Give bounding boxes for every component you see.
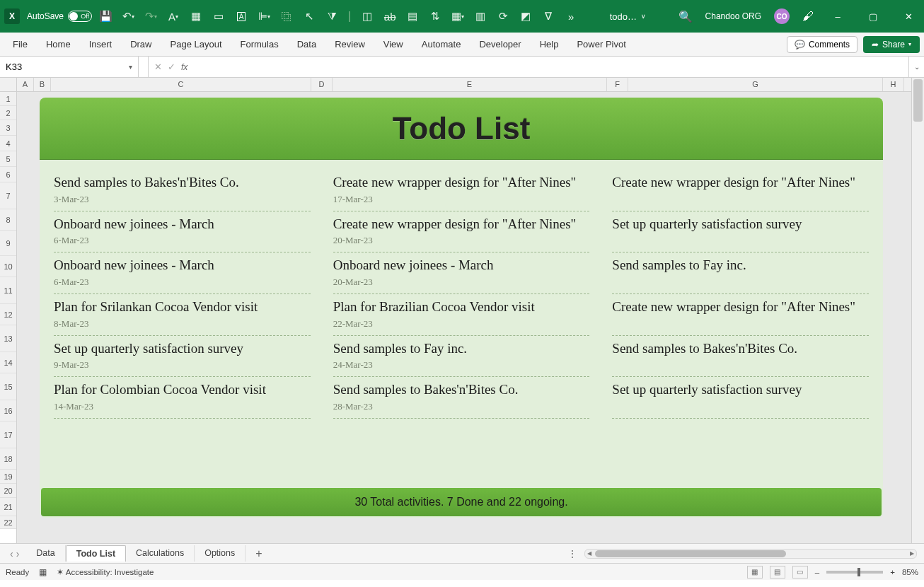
- col-A[interactable]: A: [17, 78, 34, 91]
- restore-button[interactable]: ▢: [862, 11, 884, 22]
- accessibility-status[interactable]: ✶ Accessibility: Investigate: [57, 567, 154, 577]
- menu-formulas[interactable]: Formulas: [232, 35, 287, 54]
- row-8[interactable]: 8: [0, 209, 16, 231]
- menu-developer[interactable]: Developer: [470, 35, 529, 54]
- horizontal-scrollbar[interactable]: [584, 549, 917, 559]
- menu-view[interactable]: View: [375, 35, 412, 54]
- col-G[interactable]: G: [628, 78, 883, 91]
- row-18[interactable]: 18: [0, 448, 16, 470]
- row-11[interactable]: 11: [0, 277, 16, 304]
- pivot-icon[interactable]: ◩: [519, 10, 532, 23]
- row-17[interactable]: 17: [0, 422, 16, 448]
- confirm-icon[interactable]: ✓: [168, 62, 175, 72]
- menu-draw[interactable]: Draw: [122, 35, 160, 54]
- table-icon[interactable]: ▦▾: [451, 10, 464, 23]
- avatar[interactable]: CO: [774, 8, 790, 24]
- zoom-level[interactable]: 85%: [902, 568, 918, 576]
- menu-help[interactable]: Help: [531, 35, 567, 54]
- pointer-icon[interactable]: ↖: [303, 10, 316, 23]
- align-icon[interactable]: ⊫▾: [258, 10, 270, 23]
- grid-icon[interactable]: ▥: [474, 10, 487, 23]
- row-4[interactable]: 4: [0, 136, 16, 151]
- sheet-tab-data[interactable]: Data: [26, 545, 65, 562]
- menu-data[interactable]: Data: [289, 35, 325, 54]
- row-13[interactable]: 13: [0, 325, 16, 352]
- formula-input[interactable]: [193, 57, 908, 77]
- refresh-icon[interactable]: ⟳: [497, 10, 509, 23]
- panes-icon[interactable]: ◫: [361, 10, 374, 23]
- share-button[interactable]: ➦ Share ▾: [863, 36, 920, 53]
- row-20[interactable]: 20: [0, 484, 16, 498]
- name-box[interactable]: K33▾: [0, 57, 139, 77]
- menu-power-pivot[interactable]: Power Pivot: [568, 35, 634, 54]
- row-9[interactable]: 9: [0, 231, 16, 256]
- sort-icon[interactable]: ⇅: [429, 10, 441, 23]
- brush-icon[interactable]: 🖌: [802, 10, 814, 23]
- page-layout-view-icon[interactable]: ▤: [770, 566, 785, 579]
- font-icon[interactable]: A▾: [167, 10, 180, 23]
- autosave-toggle[interactable]: AutoSave Off: [27, 11, 92, 22]
- sheet-tab-todo-list[interactable]: Todo List: [66, 545, 126, 562]
- shape-icon[interactable]: ▭: [212, 10, 225, 23]
- row-10[interactable]: 10: [0, 256, 16, 277]
- vertical-scrollbar[interactable]: [911, 78, 924, 543]
- tab-nav[interactable]: ‹›: [3, 548, 26, 559]
- close-button[interactable]: ✕: [897, 11, 920, 22]
- menu-page-layout[interactable]: Page Layout: [162, 35, 231, 54]
- row-1[interactable]: 1: [0, 92, 16, 106]
- sheet-tab-calculations[interactable]: Calculations: [126, 545, 195, 562]
- cancel-icon[interactable]: ✕: [154, 62, 162, 72]
- zoom-out-button[interactable]: –: [815, 568, 819, 576]
- toggle-switch[interactable]: Off: [68, 11, 92, 22]
- page-break-view-icon[interactable]: ▭: [792, 566, 808, 579]
- menu-file[interactable]: File: [4, 35, 36, 54]
- row-3[interactable]: 3: [0, 120, 16, 136]
- macro-icon[interactable]: ▦: [39, 567, 47, 577]
- add-sheet-button[interactable]: +: [246, 547, 272, 560]
- sheet-tab-options[interactable]: Options: [195, 545, 246, 562]
- row-14[interactable]: 14: [0, 352, 16, 373]
- col-C[interactable]: C: [51, 78, 311, 91]
- row-19[interactable]: 19: [0, 470, 16, 484]
- col-H[interactable]: H: [883, 78, 904, 91]
- row-7[interactable]: 7: [0, 182, 16, 209]
- textbox-icon[interactable]: A: [235, 10, 248, 23]
- redo-icon[interactable]: ↷▾: [144, 10, 157, 23]
- filename[interactable]: todo…∨: [610, 11, 646, 22]
- search-icon[interactable]: 🔍: [678, 10, 693, 23]
- row-5[interactable]: 5: [0, 151, 16, 167]
- row-21[interactable]: 21: [0, 498, 16, 516]
- undo-icon[interactable]: ↶▾: [122, 10, 134, 23]
- col-D[interactable]: D: [311, 78, 333, 91]
- menu-home[interactable]: Home: [37, 35, 79, 54]
- org-name[interactable]: Chandoo ORG: [705, 11, 761, 21]
- col-B[interactable]: B: [34, 78, 51, 91]
- save-icon[interactable]: 💾: [99, 10, 112, 23]
- zoom-in-button[interactable]: +: [890, 568, 895, 576]
- freeze-icon[interactable]: ▤: [406, 10, 419, 23]
- expand-formula-icon[interactable]: ⌄: [908, 57, 924, 77]
- strike-icon[interactable]: ab: [383, 10, 396, 23]
- row-16[interactable]: 16: [0, 400, 16, 422]
- row-2[interactable]: 2: [0, 106, 16, 120]
- menu-insert[interactable]: Insert: [81, 35, 121, 54]
- row-12[interactable]: 12: [0, 304, 16, 325]
- filter-icon[interactable]: ⧩: [325, 10, 338, 23]
- col-E[interactable]: E: [333, 78, 607, 91]
- row-6[interactable]: 6: [0, 167, 16, 182]
- tab-menu-icon[interactable]: ⋮: [560, 548, 584, 559]
- row-22[interactable]: 22: [0, 516, 16, 529]
- borders-icon[interactable]: ▦: [190, 10, 202, 23]
- more-icon[interactable]: »: [565, 10, 577, 23]
- comments-button[interactable]: 💬 Comments: [787, 36, 857, 53]
- normal-view-icon[interactable]: ▦: [747, 566, 763, 579]
- fx-icon[interactable]: fx: [181, 62, 187, 72]
- zoom-slider[interactable]: [826, 571, 883, 574]
- row-15[interactable]: 15: [0, 373, 16, 400]
- select-all[interactable]: [0, 78, 16, 92]
- menu-automate[interactable]: Automate: [413, 35, 470, 54]
- sheet-body[interactable]: Todo List Send samples to Bakes'n'Bites …: [17, 92, 924, 543]
- menu-review[interactable]: Review: [326, 35, 374, 54]
- funnel-icon[interactable]: ∇: [542, 10, 555, 23]
- group-icon[interactable]: ⿻: [280, 10, 293, 23]
